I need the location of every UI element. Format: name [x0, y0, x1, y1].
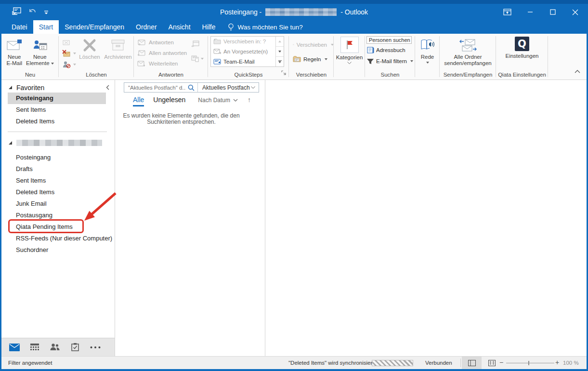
zoom-in-button[interactable]: + — [555, 357, 559, 369]
categorize-label: Kategorien — [336, 54, 363, 61]
filter-email-button[interactable]: E-Mail filtern — [365, 56, 415, 66]
folder-deleted-items[interactable]: Deleted Items — [8, 186, 106, 198]
folder-junk-email[interactable]: Junk Email — [8, 198, 106, 210]
quickstep-move-to[interactable]: Verschieben in: ? — [211, 37, 275, 47]
quickstep-to-manager[interactable]: An Vorgesetzte(n) — [211, 47, 275, 57]
junk-button[interactable] — [62, 48, 76, 58]
send-receive-qat-icon[interactable] — [12, 7, 21, 17]
ribbon-spacer — [548, 34, 587, 80]
search-people-box[interactable]: Personen suchen — [366, 36, 412, 44]
navigation-bar — [1, 338, 115, 356]
tab-alle[interactable]: Alle — [133, 96, 144, 106]
folder-suchordner[interactable]: Suchordner — [8, 244, 106, 256]
titlebar: Posteingang - - Outlook — [1, 4, 587, 20]
folder-sent-items[interactable]: Sent Items — [8, 175, 106, 186]
ribbon-group-antworten: Antworten Allen antworten Weiterleiten A… — [134, 34, 208, 80]
new-items-icon — [33, 37, 47, 54]
filter-applied-status: Filter angewendet — [8, 357, 52, 369]
tab-hilfe[interactable]: Hilfe — [196, 20, 222, 34]
search-input[interactable]: "Aktuelles Postfach" d... — [124, 83, 197, 92]
people-nav-icon[interactable] — [50, 344, 60, 351]
message-list-pane: "Aktuelles Postfach" d... Aktuelles Post… — [115, 80, 265, 356]
quicksteps-scroll-up[interactable] — [276, 37, 284, 47]
account-header[interactable] — [9, 138, 115, 147]
qiata-settings-button[interactable]: Q Einstellungen — [505, 37, 538, 59]
expand-triangle-icon — [9, 86, 12, 89]
quickstep-team-email[interactable]: Team-E-Mail — [211, 56, 275, 66]
sort-direction-button[interactable]: ↑ — [248, 96, 251, 104]
tab-ansicht[interactable]: Ansicht — [163, 20, 196, 34]
address-book-button[interactable]: Adressbuch — [365, 45, 415, 55]
ribbon-display-options-button[interactable] — [496, 4, 519, 20]
ribbon-group-quicksteps: Verschieben in: ? An Vorgesetzte(n) Team… — [208, 34, 289, 80]
send-receive-all-button[interactable]: Alle Ordnersenden/empfangen — [444, 37, 491, 66]
tab-start[interactable]: Start — [33, 20, 59, 34]
reading-pane — [265, 80, 587, 356]
qiata-logo-icon: Q — [515, 37, 529, 51]
archive-icon — [110, 37, 126, 54]
zoom-slider-track[interactable] — [506, 363, 554, 363]
tell-me-label: Was möchten Sie tun? — [238, 24, 303, 31]
new-email-icon — [7, 37, 22, 54]
annotation-highlight-box — [8, 219, 84, 233]
outlook-window: Posteingang - - Outlook Datei Start Send… — [0, 0, 588, 371]
categorize-button[interactable] — [340, 37, 359, 53]
folder-drafts[interactable]: Drafts — [8, 163, 106, 175]
expand-triangle-icon — [9, 141, 12, 145]
read-aloud-button[interactable]: Rede — [420, 37, 435, 64]
close-button[interactable] — [564, 4, 587, 20]
maximize-button[interactable] — [541, 4, 564, 20]
folder-posteingang[interactable]: Posteingang — [8, 152, 106, 163]
folder-rss-feeds[interactable]: RSS-Feeds (Nur dieser Computer) — [8, 233, 106, 244]
more-respond-button[interactable] — [191, 55, 204, 62]
quicksteps-dialog-launcher[interactable] — [281, 68, 286, 77]
tasks-nav-icon[interactable] — [70, 343, 80, 351]
more-apps-nav-icon[interactable] — [90, 346, 101, 349]
zoom-slider-thumb[interactable] — [528, 361, 529, 365]
group-label-loeschen: Löschen — [59, 72, 134, 78]
tab-datei[interactable]: Datei — [6, 20, 33, 34]
quicksteps-scroll-down[interactable] — [276, 47, 284, 57]
undo-icon[interactable] — [28, 8, 37, 16]
minimize-folder-pane-button[interactable] — [106, 83, 109, 92]
favorite-sent-items[interactable]: Sent Items — [8, 104, 106, 116]
search-scope-value: Aktuelles Postfach — [202, 84, 250, 91]
favorite-deleted-items[interactable]: Deleted Items — [8, 116, 106, 127]
search-scope-dropdown[interactable]: Aktuelles Postfach — [198, 83, 259, 92]
sort-dropdown-icon — [233, 99, 238, 102]
ignore-button[interactable] — [62, 37, 76, 47]
mail-nav-icon[interactable] — [9, 344, 20, 351]
tab-ungelesen[interactable]: Ungelesen — [153, 96, 185, 104]
scope-dropdown-icon — [251, 86, 255, 89]
redacted-account-name — [16, 140, 102, 146]
tab-ordner[interactable]: Ordner — [130, 20, 163, 34]
tell-me-box[interactable]: Was möchten Sie tun? — [228, 20, 303, 34]
calendar-nav-icon[interactable] — [29, 344, 40, 351]
status-bar: Filter angewendet "Deleted Items" wird s… — [1, 356, 587, 369]
normal-view-button[interactable] — [462, 357, 482, 369]
sync-status: "Deleted Items" wird synchronisiert. — [288, 357, 376, 369]
reading-view-button[interactable] — [483, 357, 501, 369]
customize-qat-icon[interactable] — [44, 8, 49, 16]
search-icon[interactable] — [188, 84, 195, 91]
ribbon-tabs: Datei Start Senden/Empfangen Ordner Ansi… — [1, 20, 587, 34]
rules-button[interactable]: Regeln — [293, 54, 334, 64]
sort-by-dropdown[interactable]: Nach Datum — [198, 97, 238, 104]
ribbon-group-loeschen: Löschen Archivieren Löschen — [59, 34, 134, 80]
favorite-posteingang[interactable]: Posteingang — [8, 93, 106, 104]
block-sender-button[interactable] — [62, 59, 76, 69]
favorites-header[interactable]: Favoriten — [9, 82, 115, 93]
ribbon-group-qiata: Q Einstellungen Qiata Einstellungen — [496, 34, 548, 80]
zoom-out-button[interactable]: − — [499, 357, 503, 369]
move-button[interactable]: Verschieben — [293, 40, 334, 50]
meeting-button[interactable] — [191, 40, 204, 49]
flag-icon — [346, 40, 353, 50]
connection-status: Verbunden — [425, 357, 452, 369]
quicksteps-more[interactable] — [276, 57, 284, 66]
send-receive-icon — [459, 37, 477, 54]
tab-senden-empfangen[interactable]: Senden/Empfangen — [59, 20, 130, 34]
empty-list-message: Es wurden keine Elemente gefunden, die d… — [115, 113, 248, 125]
collapse-ribbon-button[interactable] — [575, 66, 580, 75]
minimize-button[interactable] — [519, 4, 541, 20]
quick-access-toolbar — [12, 4, 49, 20]
